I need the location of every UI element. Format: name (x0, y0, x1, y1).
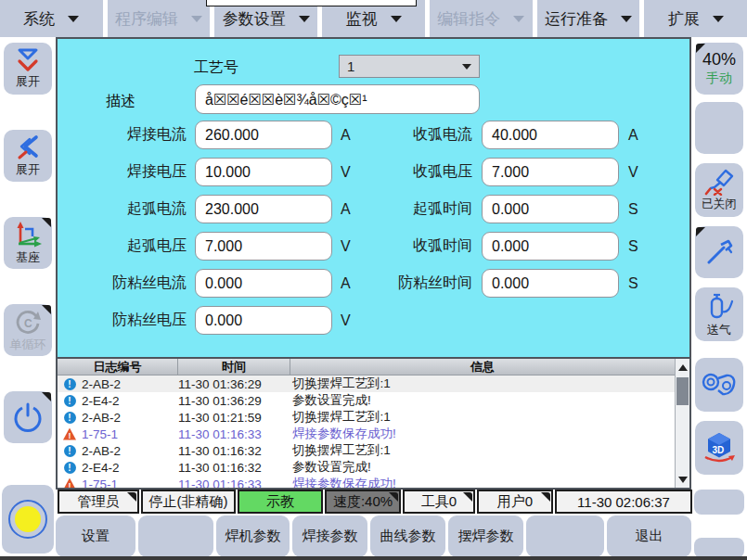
anti-stick-current-input[interactable]: 0.000 (195, 269, 332, 298)
arc-start-current-input[interactable]: 230.000 (195, 195, 332, 223)
overlapping-window-edge (206, 0, 417, 6)
base-frame-button[interactable]: 基座 (4, 217, 52, 269)
welder-state-label: 已关闭 (702, 197, 737, 212)
exit-button[interactable]: 退出 (607, 515, 691, 557)
gas-feed-button[interactable]: 送气 (695, 287, 743, 341)
info-icon: ! (64, 412, 76, 424)
curve-params-button[interactable]: 曲线参数 (370, 515, 445, 557)
log-scrollbar[interactable] (675, 359, 689, 488)
corner-notch-icon (541, 492, 550, 502)
expand-down-button[interactable]: 展开 (4, 43, 52, 95)
welder-params-button[interactable]: 焊机参数 (216, 515, 290, 557)
power-icon (12, 401, 44, 433)
jog-controller-button[interactable] (695, 358, 743, 412)
user-role-indicator[interactable]: 管理员 (58, 490, 139, 514)
hand-controller-icon (701, 368, 738, 401)
menu-extension[interactable]: 扩展 (644, 0, 747, 37)
scroll-down-button[interactable] (677, 474, 689, 485)
scroll-up-button[interactable] (677, 362, 689, 373)
arc-end-time-label: 收弧时间 (361, 236, 482, 256)
log-row[interactable]: ! 2-AB-2 11-30 01:16:32 切换摆焊工艺到:1 (58, 442, 675, 459)
anti-stick-time-input[interactable]: 0.000 (482, 269, 619, 298)
log-row[interactable]: ! 2-E4-2 11-30 01:36:29 参数设置完成! (58, 392, 675, 409)
welder-off-button[interactable]: 已关闭 (695, 163, 743, 217)
log-row[interactable]: ! 2-AB-2 11-30 01:36:29 切换摆焊工艺到:1 (58, 375, 675, 392)
log-row[interactable]: ! 1-75-1 11-30 01:16:33 焊接参数保存成功! (58, 426, 675, 442)
datetime-indicator: 11-30 02:06:37 (555, 490, 692, 514)
speed-mode-button[interactable]: 40% 手动 (695, 43, 743, 95)
chevron-down-icon (391, 16, 402, 22)
chevron-down-icon (191, 16, 202, 22)
corner-notch-icon (696, 44, 705, 53)
log-message: 参数设置完成! (292, 392, 675, 409)
welding-voltage-label: 焊接电压 (58, 162, 195, 182)
unit-label: V (341, 238, 361, 255)
corner-notch-icon (42, 392, 51, 401)
right-sidebar: 40% 手动 已关闭 (691, 37, 747, 560)
anti-stick-time-label: 防粘丝时间 (361, 274, 482, 293)
unit-label: S (628, 275, 638, 292)
arc-start-time-input[interactable]: 0.000 (482, 195, 619, 223)
blank-button[interactable] (695, 102, 743, 154)
form-row: 起弧电流 230.000 A 起弧时间 0.000 S (58, 195, 689, 223)
info-icon: ! (64, 445, 76, 457)
torch-button[interactable] (695, 226, 743, 278)
settings-button[interactable]: 设置 (56, 515, 135, 557)
speed-label: 速度:40% (333, 493, 393, 511)
cube-3d-icon: 3D (702, 430, 737, 465)
arc-end-current-input[interactable]: 40.000 (482, 121, 619, 149)
corner-notch-icon (42, 305, 51, 314)
menu-system[interactable]: 系统 (0, 0, 103, 37)
view-3d-button[interactable]: 3D (695, 421, 743, 475)
menu-parameter-settings-label: 参数设置 (223, 8, 286, 30)
warning-icon: ! (63, 428, 76, 440)
arc-start-voltage-input[interactable]: 7.000 (195, 232, 332, 261)
log-time: 11-30 01:16:33 (178, 427, 292, 441)
motion-state-label: 停止(非精确) (149, 493, 228, 511)
bottom-bar: 设置 焊机参数 焊接参数 曲线参数 摆焊参数 退出 (56, 515, 691, 557)
expand-left-label: 展开 (16, 161, 40, 178)
curve-params-label: 曲线参数 (380, 528, 436, 545)
tool-indicator[interactable]: 工具0 (403, 490, 475, 514)
scrollbar-thumb[interactable] (676, 377, 689, 405)
process-no-dropdown[interactable]: 1 (339, 55, 480, 78)
description-input[interactable]: å☒☒é☒☒è☒¾å☒©ç☒¹ (195, 84, 480, 114)
arc-end-voltage-input[interactable]: 7.000 (482, 158, 619, 186)
base-coordinate-axes-icon (12, 221, 44, 248)
user-frame-indicator[interactable]: 用户0 (477, 490, 553, 514)
welder-params-label: 焊机参数 (225, 528, 281, 545)
arc-end-time-input[interactable]: 0.000 (482, 232, 619, 261)
log-id: 2-AB-2 (82, 377, 178, 391)
welding-current-input[interactable]: 260.000 (195, 121, 332, 149)
anti-stick-voltage-label: 防粘丝电压 (58, 311, 195, 330)
welding-params-button[interactable]: 焊接参数 (292, 515, 367, 557)
power-button[interactable] (4, 391, 52, 443)
form-row: 防粘丝电流 0.000 A 防粘丝时间 0.000 S (58, 269, 689, 298)
menu-run-prepare[interactable]: 运行准备 (537, 0, 640, 37)
speed-indicator[interactable]: 速度:40% (325, 490, 401, 514)
log-time: 11-30 01:16:32 (178, 461, 292, 475)
servo-enable-button[interactable] (2, 485, 54, 554)
chevron-down-icon (299, 16, 310, 22)
anti-stick-current-label: 防粘丝电流 (58, 274, 195, 293)
menu-program-edit: 程序编辑 (108, 0, 211, 37)
log-row[interactable]: ! 2-AB-2 11-30 01:21:59 切换摆焊工艺到:1 (58, 409, 675, 426)
weave-params-button[interactable]: 摆焊参数 (448, 515, 523, 557)
log-table[interactable]: 日志编号 时间 信息 ! 2-AB-2 11-30 01:36:29 切换摆焊工… (58, 359, 675, 488)
log-row[interactable]: ! 1-75-1 11-30 01:16:33 焊接参数保存成功! (58, 476, 675, 488)
base-frame-label: 基座 (16, 249, 40, 266)
datetime-label: 11-30 02:06:37 (577, 494, 670, 510)
anti-stick-voltage-input[interactable]: 0.000 (195, 306, 332, 335)
log-message: 参数设置完成! (292, 459, 675, 476)
triangle-down-icon (678, 477, 688, 483)
log-message: 焊接参数保存成功! (292, 426, 675, 442)
welding-voltage-input[interactable]: 10.000 (195, 158, 332, 186)
log-message: 切换摆焊工艺到:1 (292, 375, 675, 392)
log-row[interactable]: ! 2-E4-2 11-30 01:16:32 参数设置完成! (58, 459, 675, 476)
expand-left-button[interactable]: 展开 (4, 130, 52, 182)
log-id: 2-AB-2 (82, 411, 178, 425)
log-time: 11-30 01:36:29 (178, 377, 292, 391)
log-message: 焊接参数保存成功! (292, 476, 675, 488)
corner-notch-icon (389, 492, 398, 502)
gas-cylinder-icon (703, 291, 735, 321)
